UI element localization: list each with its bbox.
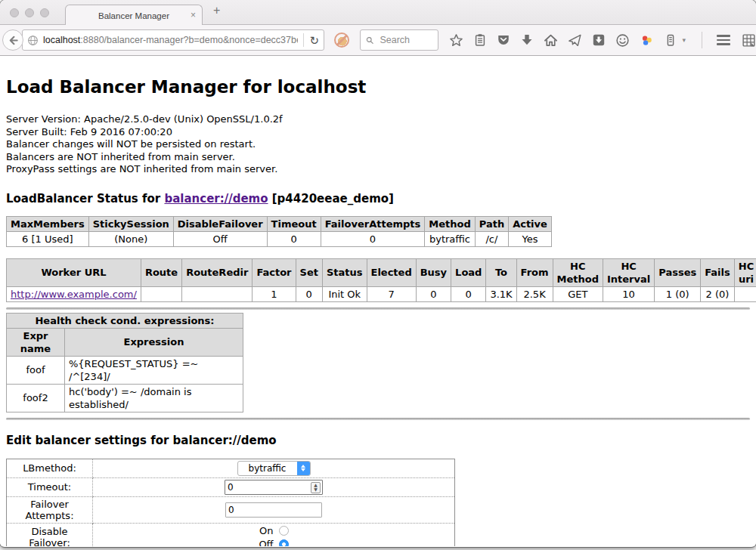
battery-icon xyxy=(664,33,677,47)
failover-attempts-label: Failover Attempts: xyxy=(7,496,93,523)
divider xyxy=(6,307,750,310)
col-maxmembers: MaxMembers xyxy=(7,216,89,231)
extension-button[interactable] xyxy=(664,33,677,47)
status-heading-suffix: [p4420eeae_demo] xyxy=(268,192,394,205)
server-version-line: Server Version: Apache/2.5.0-dev (Unix) … xyxy=(6,113,750,126)
url-bar[interactable]: localhost:8880/balancer-manager?b=demo&n… xyxy=(22,29,324,51)
home-button[interactable] xyxy=(544,33,558,48)
clipboard-icon xyxy=(473,33,487,47)
url-divider xyxy=(303,33,304,47)
tab-title: Balancer Manager xyxy=(98,11,169,20)
content-blocked-icon[interactable] xyxy=(334,32,349,48)
page-title: Load Balancer Manager for localhost xyxy=(6,77,750,97)
failover-attempts-input[interactable] xyxy=(225,502,322,518)
menu-button[interactable] xyxy=(715,33,732,47)
worker-url-link[interactable]: http://www.example.com/ xyxy=(11,289,137,300)
tab-close-icon[interactable]: × xyxy=(191,10,196,20)
disable-failover-on-radio[interactable] xyxy=(279,526,289,536)
reading-list-button[interactable] xyxy=(473,33,487,47)
radio-off-label: Off xyxy=(259,539,273,547)
divider xyxy=(6,418,750,420)
col-expr-name: Expr name xyxy=(7,328,65,356)
hc-table-header-row: Expr name Expression xyxy=(7,328,243,356)
globe-icon xyxy=(27,35,39,46)
worker-table-header-row: Worker URL Route RouteRedir Factor Set S… xyxy=(7,258,756,286)
balancer-table-header-row: MaxMembers StickySession DisableFailover… xyxy=(7,216,552,231)
balancer-status-table: MaxMembers StickySession DisableFailover… xyxy=(6,216,552,247)
disable-failover-off-radio[interactable] xyxy=(279,539,289,547)
bookmark-star-button[interactable] xyxy=(449,33,463,48)
url-path: :8880/balancer-manager?b=demo&nonce=decc… xyxy=(80,35,298,45)
download-arrow-icon xyxy=(520,33,534,47)
timeout-row: Timeout: ▲▼ xyxy=(7,477,455,496)
url-input[interactable]: localhost:8880/balancer-manager?b=demo&n… xyxy=(43,35,298,45)
share-button[interactable] xyxy=(568,33,582,48)
home-icon xyxy=(544,33,558,48)
status-heading-prefix: LoadBalancer Status for xyxy=(6,192,164,205)
inherit-note-line: Balancers are NOT inherited from main se… xyxy=(6,151,750,164)
navigation-toolbar: localhost:8880/balancer-manager?b=demo&n… xyxy=(0,25,756,56)
back-button[interactable] xyxy=(2,29,23,51)
pocket-button[interactable] xyxy=(497,33,510,47)
col-expression: Expression xyxy=(65,328,243,356)
col-disablefailover: DisableFailover xyxy=(173,216,267,231)
tab-balancer-manager[interactable]: Balancer Manager × xyxy=(65,5,203,26)
downloads-button[interactable] xyxy=(520,33,534,47)
toolbar-separator xyxy=(702,32,702,48)
hc-table-row: foof2 hc('body') =~ /domain is establish… xyxy=(7,384,243,412)
timeout-input[interactable] xyxy=(225,480,323,495)
colored-dots-icon xyxy=(640,33,654,48)
persist-note-line: Balancer changes will NOT be persisted o… xyxy=(6,138,750,151)
worker-table-row: http://www.example.com/ 1 0 Init Ok 7 0 … xyxy=(7,286,756,301)
col-worker-url: Worker URL xyxy=(7,258,141,286)
chevron-down-icon[interactable]: ▾ xyxy=(682,36,686,44)
radio-on-label: On xyxy=(259,525,273,536)
balancer-table-row: 6 [1 Used] (None) Off 0 0 bytraffic /c/ … xyxy=(7,231,552,246)
colors-extension-button[interactable] xyxy=(640,33,654,48)
tab-bar: Balancer Manager × + xyxy=(0,0,756,25)
balancer-demo-link[interactable]: balancer://demo xyxy=(164,192,268,205)
reload-button[interactable]: ↻ xyxy=(309,35,319,46)
back-arrow-icon xyxy=(8,35,19,46)
select-stepper-icon xyxy=(297,462,310,475)
window-zoom-button[interactable] xyxy=(40,8,49,17)
worker-table: Worker URL Route RouteRedir Factor Set S… xyxy=(6,258,756,302)
health-check-table: Health check cond. expressions: Expr nam… xyxy=(6,313,243,412)
toolbar-icons: ▾ xyxy=(449,32,756,48)
grid-icon xyxy=(742,33,756,48)
edit-balancer-heading: Edit balancer settings for balancer://de… xyxy=(6,434,750,447)
pocket-icon xyxy=(497,33,510,47)
browser-window: Balancer Manager × + localhost:8880/bala… xyxy=(0,0,756,547)
timeout-label: Timeout: xyxy=(7,477,93,496)
smiley-icon xyxy=(615,33,630,48)
sidebar-grid-button[interactable] xyxy=(742,33,756,48)
hc-table-row: foof %{REQUEST_STATUS} =~ /^[234]/ xyxy=(7,356,243,384)
window-minimize-button[interactable] xyxy=(25,8,34,17)
server-built-line: Server Built: Feb 9 2016 07:00:20 xyxy=(6,126,750,139)
failover-attempts-row: Failover Attempts: xyxy=(7,496,455,523)
window-close-button[interactable] xyxy=(10,8,19,17)
download-square-icon xyxy=(592,33,606,47)
lbmethod-label: LBmethod: xyxy=(7,459,93,477)
lbmethod-row: LBmethod: bytraffic xyxy=(7,459,455,477)
edit-balancer-form: LBmethod: bytraffic Timeout: ▲▼ xyxy=(6,459,455,547)
col-timeout: Timeout xyxy=(267,216,321,231)
search-bar[interactable] xyxy=(360,29,438,51)
col-failoverattempts: FailoverAttempts xyxy=(321,216,425,231)
paper-plane-icon xyxy=(568,33,582,48)
search-input[interactable] xyxy=(378,34,432,46)
download-panel-button[interactable] xyxy=(592,33,606,47)
hamburger-icon xyxy=(717,35,730,37)
server-info: Server Version: Apache/2.5.0-dev (Unix) … xyxy=(6,113,750,176)
chat-button[interactable] xyxy=(615,33,630,48)
new-tab-button[interactable]: + xyxy=(213,4,220,17)
proxypass-note-line: ProxyPass settings are NOT inherited fro… xyxy=(6,163,750,176)
window-controls xyxy=(10,8,49,17)
search-icon xyxy=(366,36,373,45)
col-path: Path xyxy=(475,216,508,231)
col-stickysession: StickySession xyxy=(88,216,173,231)
disable-failover-label: Disable Failover: xyxy=(7,523,93,546)
lbmethod-select[interactable]: bytraffic xyxy=(237,461,311,476)
page-content: Load Balancer Manager for localhost Serv… xyxy=(0,56,756,546)
number-stepper-icon[interactable]: ▲▼ xyxy=(311,482,321,493)
